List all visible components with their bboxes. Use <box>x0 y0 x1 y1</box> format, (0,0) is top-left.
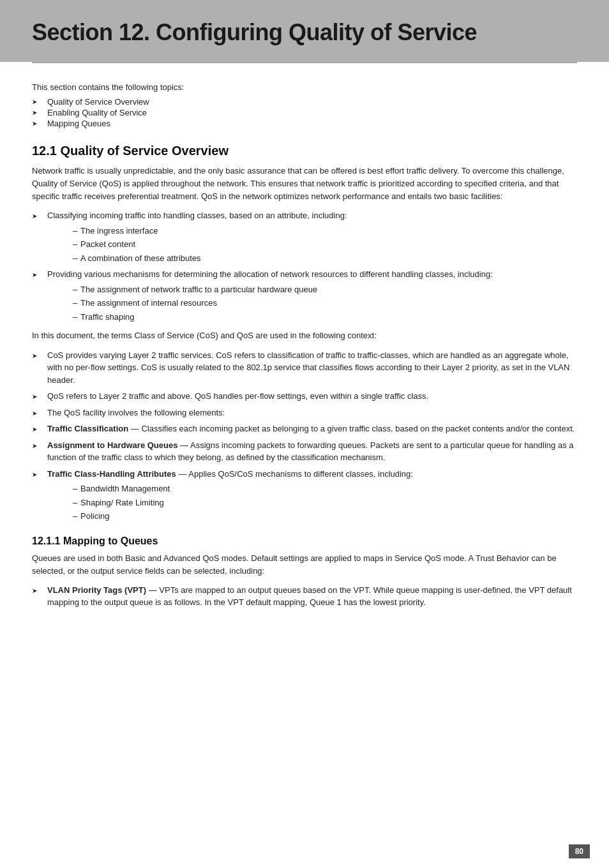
topic-item: Mapping Queues <box>32 119 577 128</box>
topic-item: Quality of Service Overview <box>32 97 577 107</box>
page-container: Section 12. Configuring Quality of Servi… <box>0 0 609 868</box>
facility-sub-list-1: The ingress interface Packet content A c… <box>73 225 577 265</box>
content-area: This section contains the following topi… <box>0 76 609 641</box>
page-number: 80 <box>569 844 590 858</box>
vpt-item: VLAN Priority Tags (VPT) — VPTs are mapp… <box>32 584 577 609</box>
context-item-1: QoS refers to Layer 2 traffic and above.… <box>32 390 577 403</box>
section-12-1-body: Network traffic is usually unpredictable… <box>32 165 577 203</box>
context-text-2: The QoS facility involves the following … <box>47 408 225 417</box>
facility-item-1: Classifying incoming traffic into handli… <box>32 209 577 264</box>
topics-list: Quality of Service Overview Enabling Qua… <box>32 97 577 128</box>
context-list: CoS provides varying Layer 2 traffic ser… <box>32 349 577 523</box>
vpt-list: VLAN Priority Tags (VPT) — VPTs are mapp… <box>32 584 577 609</box>
nested-item: The assignment of internal resources <box>73 297 577 310</box>
context-bold-5: Traffic Class-Handling Attributes <box>47 469 176 479</box>
context-text-0: CoS provides varying Layer 2 traffic ser… <box>47 350 569 385</box>
separator-line <box>32 62 577 63</box>
nested-item: Bandwidth Management <box>73 483 577 495</box>
context-item-0: CoS provides varying Layer 2 traffic ser… <box>32 349 577 387</box>
context-bold-3: Traffic Classification <box>47 424 128 433</box>
main-title: Section 12. Configuring Quality of Servi… <box>32 19 577 46</box>
vpt-bold: VLAN Priority Tags (VPT) <box>47 585 146 595</box>
context-intro-text: In this document, the terms Class of Ser… <box>32 329 577 342</box>
nested-item: The ingress interface <box>73 225 577 237</box>
nested-item: Traffic shaping <box>73 311 577 324</box>
intro-text: This section contains the following topi… <box>32 82 577 92</box>
nested-item: The assignment of network traffic to a p… <box>73 283 577 296</box>
facility-item-2: Providing various mechanisms for determi… <box>32 268 577 323</box>
facility-text-2: Providing various mechanisms for determi… <box>47 269 493 279</box>
nested-item: Shaping/ Rate Limiting <box>73 497 577 509</box>
facilities-list: Classifying incoming traffic into handli… <box>32 209 577 323</box>
section-12-1-1-body: Queues are used in both Basic and Advanc… <box>32 552 577 578</box>
section-12-1-heading: 12.1 Quality of Service Overview <box>32 144 577 158</box>
context-item-5: Traffic Class-Handling Attributes — Appl… <box>32 468 577 523</box>
context-text-3: — Classifies each incoming packet as bel… <box>128 424 575 433</box>
topic-item: Enabling Quality of Service <box>32 108 577 117</box>
section-12-1-1-heading: 12.1.1 Mapping to Queues <box>32 535 577 547</box>
context-bold-4: Assignment to Hardware Queues <box>47 440 177 450</box>
context-item-3: Traffic Classification — Classifies each… <box>32 423 577 435</box>
context-text-1: QoS refers to Layer 2 traffic and above.… <box>47 391 428 401</box>
facility-sub-list-2: The assignment of network traffic to a p… <box>73 283 577 324</box>
context-text-5: — Applies QoS/CoS mechanisms to differen… <box>176 469 413 479</box>
header-bar: Section 12. Configuring Quality of Servi… <box>0 0 609 62</box>
nested-item: A combination of these attributes <box>73 252 577 265</box>
nested-item: Policing <box>73 510 577 523</box>
context-item-4: Assignment to Hardware Queues — Assigns … <box>32 439 577 464</box>
context-item-2: The QoS facility involves the following … <box>32 407 577 419</box>
nested-item: Packet content <box>73 238 577 251</box>
context-sub-list-5: Bandwidth Management Shaping/ Rate Limit… <box>73 483 577 523</box>
facility-text-1: Classifying incoming traffic into handli… <box>47 211 347 220</box>
